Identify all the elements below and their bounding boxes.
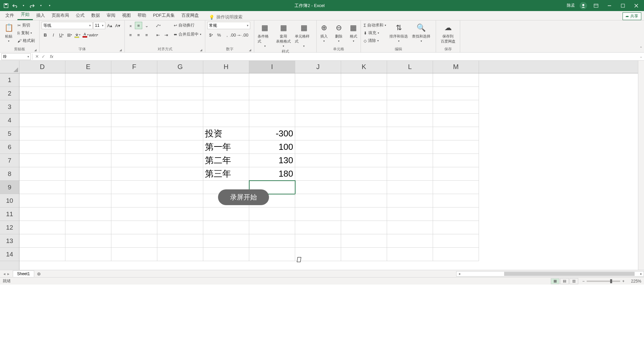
- cell-F12[interactable]: [111, 221, 157, 234]
- column-header-M[interactable]: M: [433, 61, 479, 73]
- cell-F11[interactable]: [111, 207, 157, 221]
- cell-I11[interactable]: [249, 207, 295, 221]
- cell-E6[interactable]: [65, 140, 111, 154]
- row-header-13[interactable]: 13: [0, 234, 19, 248]
- cell-G9[interactable]: [157, 181, 203, 194]
- cell-L14[interactable]: [387, 248, 433, 261]
- cell-H6[interactable]: 第一年: [203, 140, 249, 154]
- cell-J9[interactable]: [295, 181, 341, 194]
- cell-G5[interactable]: [157, 127, 203, 140]
- font-name-combo[interactable]: 等线▾: [42, 22, 93, 29]
- cell-J5[interactable]: [295, 127, 341, 140]
- save-baidu-button[interactable]: ☁保存到 百度网盘: [439, 22, 457, 45]
- row-header-5[interactable]: 5: [0, 127, 19, 140]
- wrap-text-button[interactable]: ↩自动换行: [173, 22, 202, 29]
- cell-M13[interactable]: [433, 234, 479, 248]
- cell-M7[interactable]: [433, 154, 479, 167]
- cell-F2[interactable]: [111, 87, 157, 100]
- cell-E7[interactable]: [65, 154, 111, 167]
- cell-D8[interactable]: [19, 167, 65, 181]
- column-header-L[interactable]: L: [387, 61, 433, 73]
- percent-format-icon[interactable]: %: [215, 31, 223, 39]
- cell-D9[interactable]: [19, 181, 65, 194]
- cell-G6[interactable]: [157, 140, 203, 154]
- cell-K14[interactable]: [341, 248, 387, 261]
- cell-H12[interactable]: [203, 221, 249, 234]
- table-format-button[interactable]: ▦套用 表格格式▾: [275, 22, 292, 48]
- zoom-in-icon[interactable]: +: [622, 279, 625, 284]
- cell-H3[interactable]: [203, 100, 249, 114]
- row-header-8[interactable]: 8: [0, 167, 19, 181]
- cell-H11[interactable]: [203, 207, 249, 221]
- cell-E2[interactable]: [65, 87, 111, 100]
- cell-M10[interactable]: [433, 194, 479, 207]
- cell-K5[interactable]: [341, 127, 387, 140]
- cell-L5[interactable]: [387, 127, 433, 140]
- cell-G10[interactable]: [157, 194, 203, 207]
- align-bottom-icon[interactable]: ⌄: [143, 22, 150, 29]
- format-painter-button[interactable]: 🖌格式刷: [17, 37, 36, 44]
- cell-D1[interactable]: [19, 73, 65, 87]
- sheet-tab-sheet1[interactable]: Sheet1: [13, 270, 34, 277]
- column-header-H[interactable]: H: [203, 61, 249, 73]
- cell-J12[interactable]: [295, 221, 341, 234]
- collapse-ribbon-icon[interactable]: ˄: [640, 46, 642, 51]
- decrease-indent-icon[interactable]: ⇤: [154, 31, 162, 39]
- cell-J14[interactable]: [295, 248, 341, 261]
- cell-E5[interactable]: [65, 127, 111, 140]
- minimize-icon[interactable]: [605, 2, 614, 9]
- cell-E8[interactable]: [65, 167, 111, 181]
- cell-F13[interactable]: [111, 234, 157, 248]
- cell-J1[interactable]: [295, 73, 341, 87]
- page-break-view-icon[interactable]: ▥: [570, 278, 578, 284]
- add-sheet-button[interactable]: ⊕: [34, 271, 44, 277]
- cell-D6[interactable]: [19, 140, 65, 154]
- paste-button[interactable]: 📋 粘贴 ▾: [2, 22, 15, 43]
- cell-M8[interactable]: [433, 167, 479, 181]
- zoom-slider[interactable]: [587, 281, 620, 282]
- cell-G3[interactable]: [157, 100, 203, 114]
- align-top-icon[interactable]: ⌅: [127, 22, 134, 29]
- cell-K3[interactable]: [341, 100, 387, 114]
- cell-E11[interactable]: [65, 207, 111, 221]
- cell-D3[interactable]: [19, 100, 65, 114]
- cell-H4[interactable]: [203, 114, 249, 127]
- cell-D12[interactable]: [19, 221, 65, 234]
- cell-M12[interactable]: [433, 221, 479, 234]
- tab-pdf-tools[interactable]: PDF工具集: [150, 10, 178, 20]
- cell-H5[interactable]: 投资: [203, 127, 249, 140]
- cell-G14[interactable]: [157, 248, 203, 261]
- align-middle-icon[interactable]: ≡: [135, 22, 142, 29]
- number-launcher-icon[interactable]: ◢: [249, 48, 251, 52]
- accounting-format-icon[interactable]: $▾: [207, 31, 215, 39]
- cell-D7[interactable]: [19, 154, 65, 167]
- font-color-button[interactable]: A▾: [82, 31, 89, 39]
- cell-F8[interactable]: [111, 167, 157, 181]
- font-launcher-icon[interactable]: ◢: [119, 48, 122, 52]
- italic-button[interactable]: I: [50, 31, 57, 39]
- column-header-E[interactable]: E: [65, 61, 111, 73]
- cell-J11[interactable]: [295, 207, 341, 221]
- normal-view-icon[interactable]: ▦: [551, 278, 559, 284]
- cell-L9[interactable]: [387, 181, 433, 194]
- cell-K10[interactable]: [341, 194, 387, 207]
- cell-I5[interactable]: -300: [249, 127, 295, 140]
- cell-K1[interactable]: [341, 73, 387, 87]
- tab-file[interactable]: 文件: [2, 10, 17, 20]
- tell-me-search[interactable]: 💡 操作说明搜索: [209, 14, 243, 20]
- decrease-decimal-icon[interactable]: ←.00: [239, 31, 247, 39]
- cell-K2[interactable]: [341, 87, 387, 100]
- share-button[interactable]: ➦ 共享: [623, 12, 641, 20]
- cell-F9[interactable]: [111, 181, 157, 194]
- cell-L13[interactable]: [387, 234, 433, 248]
- row-header-4[interactable]: 4: [0, 114, 19, 127]
- sheet-next-icon[interactable]: ▸: [7, 272, 9, 276]
- cell-J13[interactable]: [295, 234, 341, 248]
- find-select-button[interactable]: 🔍查找和选择▾: [411, 22, 432, 43]
- cell-M3[interactable]: [433, 100, 479, 114]
- cell-J6[interactable]: [295, 140, 341, 154]
- cell-E4[interactable]: [65, 114, 111, 127]
- cell-J2[interactable]: [295, 87, 341, 100]
- row-header-9[interactable]: 9: [0, 181, 19, 194]
- orientation-icon[interactable]: ⤢▾: [154, 22, 162, 29]
